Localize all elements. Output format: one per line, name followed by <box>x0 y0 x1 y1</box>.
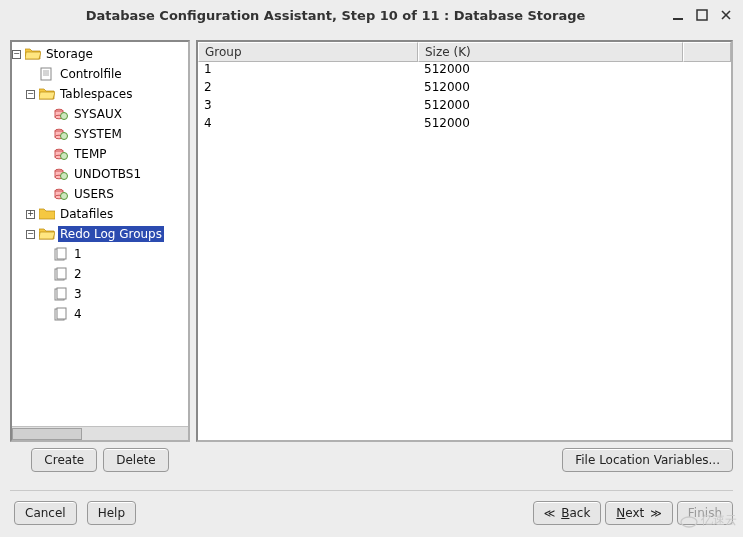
svg-point-23 <box>61 173 68 180</box>
back-button[interactable]: ≪Back <box>533 501 602 525</box>
chevron-left-icon: ≪ <box>544 507 556 520</box>
table-row[interactable]: 4512000 <box>198 116 731 134</box>
svg-rect-0 <box>673 18 683 20</box>
horizontal-scrollbar[interactable] <box>12 426 188 440</box>
svg-rect-4 <box>41 68 51 80</box>
tree-ts-sysaux[interactable]: SYSAUX <box>12 104 188 124</box>
tree-tablespaces-icon <box>39 87 55 101</box>
delete-button[interactable]: Delete <box>103 448 168 472</box>
tree-ts-users-icon <box>53 187 69 201</box>
table-row[interactable]: 2512000 <box>198 80 731 98</box>
tree-datafiles-icon <box>39 207 55 221</box>
tree-controlfile-icon <box>39 67 55 81</box>
svg-rect-29 <box>57 248 66 259</box>
tree-ts-users[interactable]: USERS <box>12 184 188 204</box>
close-icon[interactable] <box>717 6 735 24</box>
cell-group: 1 <box>198 62 418 80</box>
tree-ts-undotbs1[interactable]: UNDOTBS1 <box>12 164 188 184</box>
svg-rect-35 <box>57 308 66 319</box>
tree-ts-sysaux-icon <box>53 107 69 121</box>
tree-toggle-icon[interactable]: − <box>26 230 35 239</box>
svg-rect-33 <box>57 288 66 299</box>
col-header-size[interactable]: Size (K) <box>418 42 683 62</box>
tree-redo-log-groups[interactable]: −Redo Log Groups <box>12 224 188 244</box>
file-location-variables-button[interactable]: File Location Variables... <box>562 448 733 472</box>
tree-ts-system-icon <box>53 127 69 141</box>
redo-groups-table: Group Size (K) 1512000251200035120004512… <box>196 40 733 442</box>
minimize-icon[interactable] <box>669 6 687 24</box>
titlebar: Database Configuration Assistant, Step 1… <box>0 0 743 30</box>
table-row[interactable]: 3512000 <box>198 98 731 116</box>
tree-ts-temp[interactable]: TEMP <box>12 144 188 164</box>
storage-tree[interactable]: −StorageControlfile−TablespacesSYSAUXSYS… <box>12 42 188 426</box>
tree-ts-temp-icon <box>53 147 69 161</box>
tree-tablespaces[interactable]: −Tablespaces <box>12 84 188 104</box>
cancel-button[interactable]: Cancel <box>14 501 77 525</box>
svg-point-11 <box>61 113 68 120</box>
cell-group: 4 <box>198 116 418 134</box>
tree-redo-1[interactable]: 1 <box>12 244 188 264</box>
tree-redo-3-icon <box>53 287 69 301</box>
tree-ts-undotbs1-icon <box>53 167 69 181</box>
svg-point-27 <box>61 193 68 200</box>
maximize-icon[interactable] <box>693 6 711 24</box>
col-header-spacer <box>683 42 731 62</box>
col-header-group[interactable]: Group <box>198 42 418 62</box>
tree-storage[interactable]: −Storage <box>12 44 188 64</box>
details-panel: Group Size (K) 1512000251200035120004512… <box>196 40 733 472</box>
svg-point-15 <box>61 133 68 140</box>
table-row[interactable]: 1512000 <box>198 62 731 80</box>
tree-redo-4[interactable]: 4 <box>12 304 188 324</box>
tree-redo-4-icon <box>53 307 69 321</box>
svg-point-19 <box>61 153 68 160</box>
tree-toggle-icon[interactable]: − <box>26 90 35 99</box>
tree-storage-icon <box>25 47 41 61</box>
cell-size: 512000 <box>418 116 731 134</box>
help-button[interactable]: Help <box>87 501 136 525</box>
cell-group: 2 <box>198 80 418 98</box>
tree-datafiles[interactable]: +Datafiles <box>12 204 188 224</box>
tree-toggle-icon[interactable]: − <box>12 50 21 59</box>
tree-redo-3[interactable]: 3 <box>12 284 188 304</box>
cell-size: 512000 <box>418 98 731 116</box>
svg-rect-1 <box>697 10 707 20</box>
tree-controlfile[interactable]: Controlfile <box>12 64 188 84</box>
tree-ts-system[interactable]: SYSTEM <box>12 124 188 144</box>
tree-redo-log-groups-icon <box>39 227 55 241</box>
finish-button: Finish <box>677 501 733 525</box>
next-button[interactable]: Next≫ <box>605 501 672 525</box>
tree-redo-2-icon <box>53 267 69 281</box>
cell-group: 3 <box>198 98 418 116</box>
create-button[interactable]: Create <box>31 448 97 472</box>
tree-redo-1-icon <box>53 247 69 261</box>
cell-size: 512000 <box>418 62 731 80</box>
tree-panel: −StorageControlfile−TablespacesSYSAUXSYS… <box>10 40 190 472</box>
svg-rect-31 <box>57 268 66 279</box>
chevron-right-icon: ≫ <box>650 507 662 520</box>
tree-redo-2[interactable]: 2 <box>12 264 188 284</box>
tree-toggle-icon[interactable]: + <box>26 210 35 219</box>
window-title: Database Configuration Assistant, Step 1… <box>8 8 663 23</box>
cell-size: 512000 <box>418 80 731 98</box>
wizard-footer: Cancel Help ≪Back Next≫ Finish <box>10 490 733 525</box>
